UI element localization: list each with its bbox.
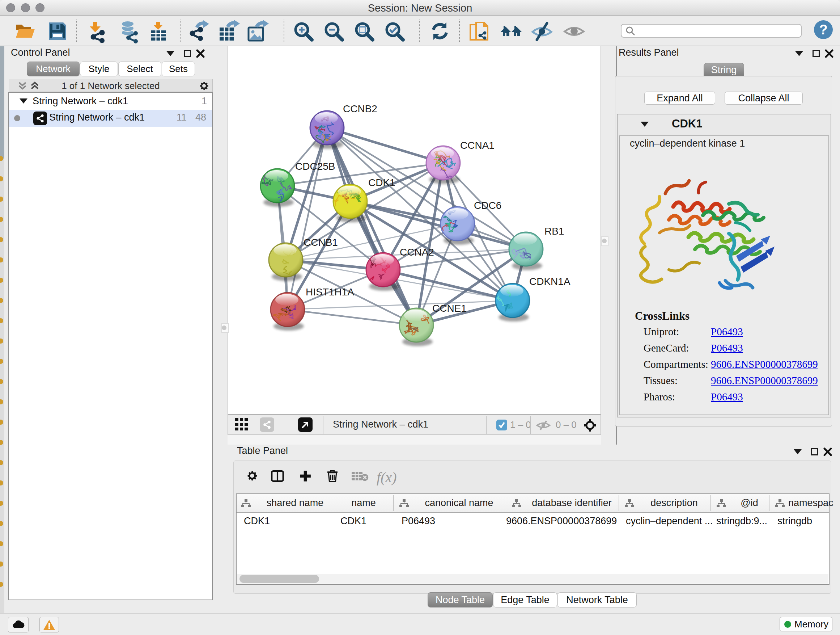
svg-text:CDK1: CDK1 (368, 177, 395, 188)
svg-text:HIST1H1A: HIST1H1A (306, 287, 354, 298)
svg-text:CCNA2: CCNA2 (400, 247, 434, 258)
svg-text:CCNB2: CCNB2 (343, 103, 377, 114)
svg-text:CDC6: CDC6 (474, 200, 501, 211)
svg-text:CCNE1: CCNE1 (432, 302, 467, 314)
svg-text:CCNA1: CCNA1 (460, 140, 494, 151)
svg-text:CDC25B: CDC25B (295, 161, 335, 172)
svg-text:CDKN1A: CDKN1A (529, 276, 570, 287)
svg-text:CCNB1: CCNB1 (303, 237, 338, 248)
svg-text:?: ? (819, 22, 827, 37)
svg-text:RB1: RB1 (545, 226, 564, 237)
